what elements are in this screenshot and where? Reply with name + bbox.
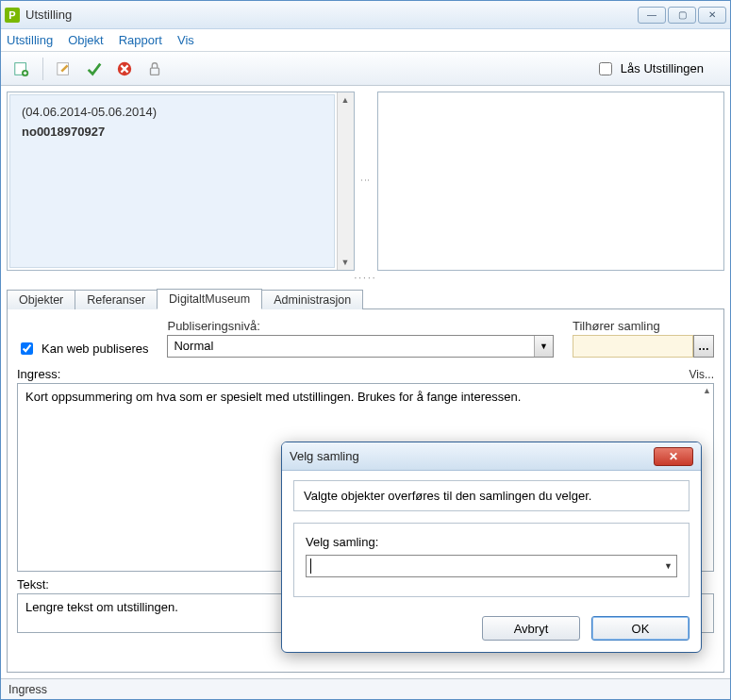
cancel-icon xyxy=(116,60,133,77)
scroll-down-icon[interactable]: ▼ xyxy=(341,255,350,270)
pubnivaa-label: Publiseringsnivå: xyxy=(167,319,554,333)
menu-vis[interactable]: Vis xyxy=(177,33,194,47)
app-icon: P xyxy=(5,8,20,23)
close-button[interactable]: ✕ xyxy=(698,7,726,24)
minimize-button[interactable]: — xyxy=(638,7,666,24)
tekst-text: Lengre tekst om utstillingen. xyxy=(25,600,178,614)
edit-icon xyxy=(56,60,73,77)
pubnivaa-field: Publiseringsnivå: Normal ▼ xyxy=(167,319,554,358)
left-pane-scrollbar[interactable]: ▲ ▼ xyxy=(337,92,354,270)
close-icon: ✕ xyxy=(669,450,678,463)
menu-objekt[interactable]: Objekt xyxy=(68,33,104,47)
samling-input[interactable] xyxy=(573,335,693,358)
vis-link[interactable]: Vis... xyxy=(689,368,714,381)
menu-rapport[interactable]: Rapport xyxy=(119,33,162,47)
dialog-body: Valgte objekter overføres til den samlin… xyxy=(282,471,701,607)
status-text: Ingress xyxy=(8,683,47,696)
scroll-up-icon[interactable]: ▲ xyxy=(341,92,350,108)
toolbar-separator xyxy=(42,58,43,80)
lock-button[interactable] xyxy=(141,56,168,82)
left-pane-item[interactable]: (04.06.2014-05.06.2014) no0018970927 xyxy=(9,94,335,268)
velg-samling-dialog: Velg samling ✕ Valgte objekter overføres… xyxy=(281,442,702,653)
accept-button[interactable] xyxy=(81,56,108,82)
web-publish-label: Kan web publiseres xyxy=(42,342,148,356)
dialog-close-button[interactable]: ✕ xyxy=(654,447,693,466)
titlebar: P Utstilling — ▢ ✕ xyxy=(1,1,730,29)
web-publish-input[interactable] xyxy=(21,342,33,355)
dialog-title: Velg samling xyxy=(290,449,654,463)
dialog-message: Valgte objekter overføres til den samlin… xyxy=(293,480,689,511)
samling-input-group: … xyxy=(573,335,714,358)
dialog-cancel-label: Avbryt xyxy=(514,622,549,636)
scroll-up-icon[interactable]: ▲ xyxy=(703,386,711,395)
ingress-text: Kort oppsummering om hva som er spesielt… xyxy=(25,390,521,404)
form-row-1: Kan web publiseres Publiseringsnivå: Nor… xyxy=(17,319,714,358)
ingress-header-row: Ingress: Vis... xyxy=(17,367,714,381)
text-cursor xyxy=(310,558,311,574)
samling-label: Tilhører samling xyxy=(573,319,714,333)
horizontal-splitter[interactable]: ····· xyxy=(7,273,724,283)
toolbar: Lås Utstillingen xyxy=(1,52,730,86)
pubnivaa-combo[interactable]: Normal ▼ xyxy=(167,335,554,358)
lock-exhibition-checkbox[interactable]: Lås Utstillingen xyxy=(595,59,704,78)
check-icon xyxy=(86,60,103,77)
chevron-down-icon[interactable]: ▼ xyxy=(534,336,553,357)
lock-icon xyxy=(146,60,163,77)
tab-bar: Objekter Referanser DigitaltMuseum Admin… xyxy=(7,287,724,309)
samling-field: Tilhører samling … xyxy=(573,319,714,358)
chevron-down-icon[interactable]: ▼ xyxy=(664,561,673,571)
edit-button[interactable] xyxy=(51,56,77,82)
pane-splitter[interactable]: ⋮ xyxy=(362,92,370,271)
tab-referanser[interactable]: Referanser xyxy=(75,290,158,309)
dialog-cancel-button[interactable]: Avbryt xyxy=(482,616,580,641)
lock-exhibition-input[interactable] xyxy=(599,62,612,75)
status-bar: Ingress xyxy=(1,678,730,699)
svg-rect-4 xyxy=(151,68,159,75)
menu-utstilling[interactable]: Utstilling xyxy=(7,33,53,47)
cancel-button[interactable] xyxy=(111,56,138,82)
item-date-range: (04.06.2014-05.06.2014) xyxy=(22,105,323,119)
dialog-field-group: Velg samling: ▼ xyxy=(293,523,689,597)
left-pane: (04.06.2014-05.06.2014) no0018970927 ▲ ▼ xyxy=(7,92,355,271)
tab-objekter[interactable]: Objekter xyxy=(7,290,75,309)
dialog-samling-combo[interactable]: ▼ xyxy=(306,555,677,577)
new-button[interactable] xyxy=(8,56,35,82)
item-identifier: no0018970927 xyxy=(22,125,323,139)
web-publish-checkbox[interactable]: Kan web publiseres xyxy=(17,340,148,358)
right-pane xyxy=(377,92,725,271)
dialog-titlebar: Velg samling ✕ xyxy=(282,442,701,471)
dialog-ok-label: OK xyxy=(632,622,650,636)
window-title: Utstilling xyxy=(25,8,638,22)
dialog-button-row: Avbryt OK xyxy=(282,607,701,652)
tab-administrasjon[interactable]: Administrasjon xyxy=(261,290,363,309)
new-icon xyxy=(13,60,30,77)
ingress-label: Ingress: xyxy=(17,367,60,381)
lock-exhibition-label: Lås Utstillingen xyxy=(621,61,704,75)
dialog-field-label: Velg samling: xyxy=(306,535,677,549)
samling-browse-button[interactable]: … xyxy=(693,335,714,358)
maximize-button[interactable]: ▢ xyxy=(668,7,696,24)
upper-panes: (04.06.2014-05.06.2014) no0018970927 ▲ ▼… xyxy=(7,92,724,271)
window-controls: — ▢ ✕ xyxy=(638,7,726,24)
tab-digitaltmuseum[interactable]: DigitaltMuseum xyxy=(157,289,262,309)
pubnivaa-value: Normal xyxy=(168,336,534,357)
dialog-ok-button[interactable]: OK xyxy=(591,616,689,641)
menubar: Utstilling Objekt Rapport Vis xyxy=(1,29,730,52)
